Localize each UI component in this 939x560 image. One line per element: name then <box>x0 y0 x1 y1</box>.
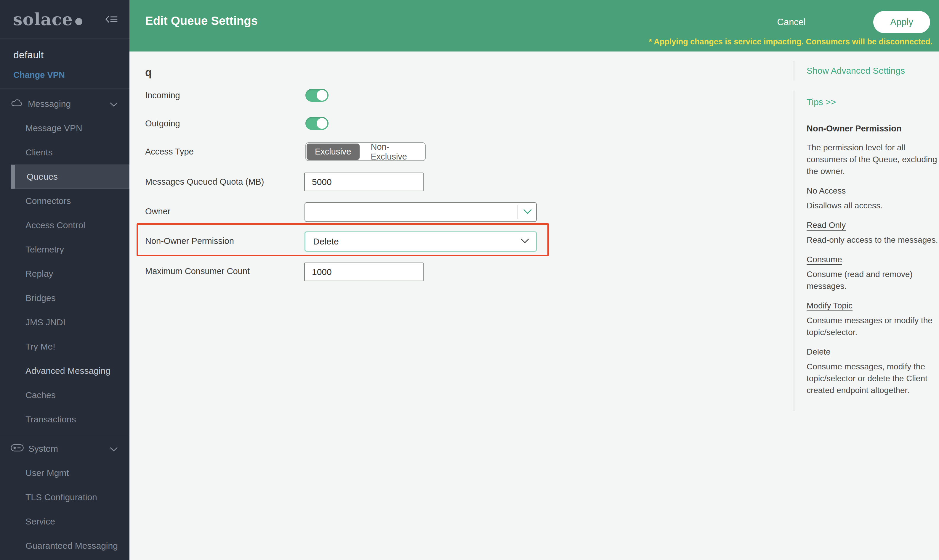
quota-label: Messages Queued Quota (MB) <box>145 176 264 188</box>
show-advanced-settings-link[interactable]: Show Advanced Settings <box>806 66 905 75</box>
sidebar-item-transactions[interactable]: Transactions <box>0 407 130 432</box>
toggle-knob <box>317 90 327 101</box>
sidebar-section-messaging[interactable]: Messaging <box>0 92 130 116</box>
sidebar-item-telemetry[interactable]: Telemetry <box>0 237 130 262</box>
owner-label: Owner <box>145 205 170 217</box>
tip-term-modify-topic: Modify Topic <box>806 301 936 311</box>
access-type-non-exclusive-button[interactable]: Non-Exclusive <box>360 143 426 160</box>
sidebar-collapse-icon[interactable] <box>105 15 117 24</box>
system-icon <box>11 444 24 454</box>
apply-button[interactable]: Apply <box>873 11 930 33</box>
change-vpn-link[interactable]: Change VPN <box>13 70 130 80</box>
access-type-control: Exclusive Non-Exclusive <box>305 142 426 161</box>
chevron-down-icon <box>523 209 532 216</box>
sidebar-item-bridges[interactable]: Bridges <box>0 286 130 310</box>
quota-input[interactable] <box>304 172 424 191</box>
tip-definition: Consume messages or modify the topic/sel… <box>806 315 939 338</box>
tip-term-delete: Delete <box>806 347 936 357</box>
tip-term-read-only: Read Only <box>806 220 936 230</box>
sidebar-nav: Messaging Message VPN Clients Queues Con… <box>0 89 130 558</box>
tips-heading: Non-Owner Permission <box>806 124 936 134</box>
edit-queue-form: q Incoming Outgoing Access Type Exclusiv… <box>130 51 939 560</box>
permission-dropdown[interactable]: Delete <box>305 231 537 252</box>
tips-description: The permission level for all consumers o… <box>806 142 939 177</box>
cloud-icon <box>11 98 23 109</box>
incoming-toggle[interactable] <box>305 89 328 102</box>
chevron-down-icon <box>110 444 117 454</box>
vpn-block: default Change VPN <box>0 38 130 89</box>
sidebar-item-caches[interactable]: Caches <box>0 383 130 407</box>
chevron-down-icon <box>520 238 529 245</box>
service-impact-warning: * Applying changes is service impacting.… <box>649 37 933 46</box>
sidebar-item-service[interactable]: Service <box>0 509 130 534</box>
access-type-exclusive-button[interactable]: Exclusive <box>307 143 359 160</box>
page-header: Edit Queue Settings Cancel Apply * Apply… <box>130 0 939 51</box>
tip-term-no-access: No Access <box>806 186 936 195</box>
max-consumer-label: Maximum Consumer Count <box>145 265 250 277</box>
tip-definition: Consume messages, modify the topic/selec… <box>806 361 939 396</box>
tips-link[interactable]: Tips >> <box>806 97 936 107</box>
sidebar-item-tls-configuration[interactable]: TLS Configuration <box>0 485 130 509</box>
tip-term-consume: Consume <box>806 255 936 264</box>
outgoing-toggle[interactable] <box>305 117 328 130</box>
sidebar-item-access-control[interactable]: Access Control <box>0 213 130 237</box>
sidebar-section-system[interactable]: System <box>0 437 130 461</box>
max-consumer-input[interactable] <box>304 263 424 281</box>
advanced-settings-block: Show Advanced Settings <box>794 61 939 80</box>
sidebar-section-label: Messaging <box>28 99 110 109</box>
incoming-label: Incoming <box>145 89 180 101</box>
sidebar-section-label: System <box>28 444 110 454</box>
sidebar-item-try-me[interactable]: Try Me! <box>0 334 130 359</box>
chevron-down-icon <box>110 99 117 109</box>
sidebar-item-connectors[interactable]: Connectors <box>0 189 130 213</box>
tips-block: Tips >> Non-Owner Permission The permiss… <box>794 91 939 411</box>
logo-dot <box>75 18 82 25</box>
access-type-label: Access Type <box>145 146 194 157</box>
sidebar-item-clients[interactable]: Clients <box>0 140 130 165</box>
sidebar-item-queues[interactable]: Queues <box>11 165 130 189</box>
permission-value: Delete <box>305 237 339 246</box>
queue-name: q <box>145 66 152 79</box>
tip-definition: Read-only access to the messages. <box>806 234 939 246</box>
permission-label: Non-Owner Permission <box>145 235 234 247</box>
sidebar-item-replay[interactable]: Replay <box>0 262 130 286</box>
tip-definition: Consume (read and remove) messages. <box>806 268 939 292</box>
outgoing-label: Outgoing <box>145 117 180 129</box>
tip-definition: Disallows all access. <box>806 200 939 212</box>
solace-logo: solace <box>13 9 82 29</box>
sidebar-item-user-mgmt[interactable]: User Mgmt <box>0 461 130 485</box>
vpn-name: default <box>13 49 130 61</box>
sidebar-item-guaranteed-messaging[interactable]: Guaranteed Messaging <box>0 534 130 558</box>
tips-panel: Show Advanced Settings Tips >> Non-Owner… <box>794 51 939 411</box>
cancel-button[interactable]: Cancel <box>768 11 815 33</box>
page-title: Edit Queue Settings <box>145 14 258 28</box>
sidebar-item-advanced-messaging[interactable]: Advanced Messaging <box>0 359 130 383</box>
logo-text: solace <box>13 9 73 29</box>
owner-dropdown[interactable] <box>305 202 537 222</box>
page: solace default Change VPN <box>0 0 939 560</box>
sidebar-item-message-vpn[interactable]: Message VPN <box>0 116 130 140</box>
logo-row: solace <box>0 0 130 38</box>
sidebar-divider <box>0 434 130 437</box>
toggle-knob <box>317 118 327 129</box>
sidebar: solace default Change VPN <box>0 0 130 560</box>
sidebar-item-jms-jndi[interactable]: JMS JNDI <box>0 310 130 334</box>
